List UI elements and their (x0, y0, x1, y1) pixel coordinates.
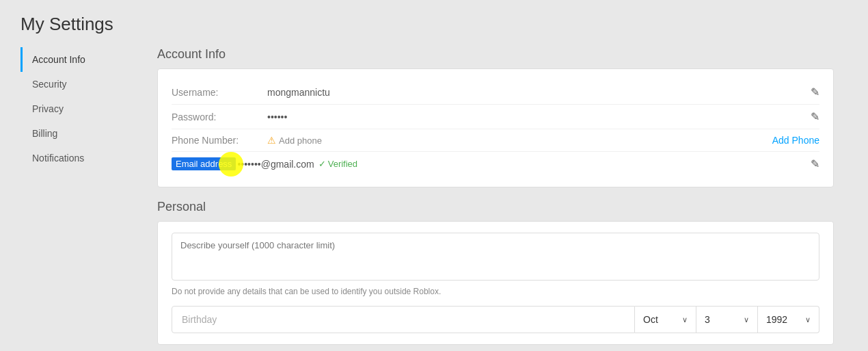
sidebar-item-notifications[interactable]: Notifications (21, 146, 144, 170)
username-value: mongmannictu (267, 87, 811, 98)
birthday-day-value: 3 (705, 314, 710, 325)
phone-row: Phone Number: ⚠ Add phone Add Phone (172, 129, 819, 152)
warning-icon: ⚠ (267, 135, 276, 146)
account-info-section-title: Account Info (157, 47, 834, 62)
birthday-day-chevron: ∨ (744, 315, 749, 324)
page-title: My Settings (21, 14, 847, 35)
account-info-card: Username: mongmannictu ✎ Password: •••••… (157, 68, 834, 187)
sidebar-item-privacy[interactable]: Privacy (21, 96, 144, 121)
sidebar-item-account-info[interactable]: Account Info (21, 47, 144, 72)
add-phone-link[interactable]: Add Phone (772, 135, 819, 146)
bio-textarea[interactable] (172, 233, 819, 281)
birthday-year-chevron: ∨ (805, 315, 811, 324)
sidebar-item-security[interactable]: Security (21, 72, 144, 96)
username-label: Username: (172, 87, 267, 98)
birthday-day-select[interactable]: 3 ∨ (696, 306, 758, 333)
birthday-month-select[interactable]: Oct ∨ (635, 306, 696, 333)
verified-badge: ✓ Verified (318, 159, 357, 169)
phone-label: Phone Number: (172, 135, 267, 146)
birthday-year-value: 1992 (766, 314, 787, 325)
birthday-row: Birthday Oct ∨ 3 ∨ 1992 ∨ (172, 306, 819, 333)
birthday-year-select[interactable]: 1992 ∨ (758, 306, 819, 333)
password-edit-icon[interactable]: ✎ (811, 110, 819, 123)
check-icon: ✓ (318, 159, 326, 169)
bio-note: Do not provide any details that can be u… (172, 287, 819, 296)
password-label: Password: (172, 112, 267, 122)
email-row: Email address •••••••@gmail.com ✓ Verifi… (172, 152, 819, 176)
sidebar: Account Info Security Privacy Billing No… (21, 47, 144, 351)
password-row: Password: •••••• ✎ (172, 105, 819, 129)
main-content: Account Info Username: mongmannictu ✎ Pa… (144, 47, 847, 351)
birthday-month-chevron: ∨ (682, 315, 688, 324)
personal-section-title: Personal (157, 200, 834, 214)
username-row: Username: mongmannictu ✎ (172, 80, 819, 105)
email-masked-value: •••••••@gmail.com (237, 159, 314, 170)
password-value: •••••• (267, 112, 811, 122)
email-edit-icon[interactable]: ✎ (811, 157, 819, 170)
phone-warning-container: ⚠ Add phone (267, 135, 322, 146)
birthday-label: Birthday (172, 306, 635, 333)
birthday-month-value: Oct (643, 314, 658, 325)
email-label-highlight: Email address (172, 157, 236, 170)
username-edit-icon[interactable]: ✎ (811, 86, 819, 99)
sidebar-item-billing[interactable]: Billing (21, 121, 144, 146)
personal-card: Do not provide any details that can be u… (157, 221, 834, 345)
add-phone-text: Add phone (279, 135, 322, 146)
verified-text: Verified (328, 159, 357, 169)
